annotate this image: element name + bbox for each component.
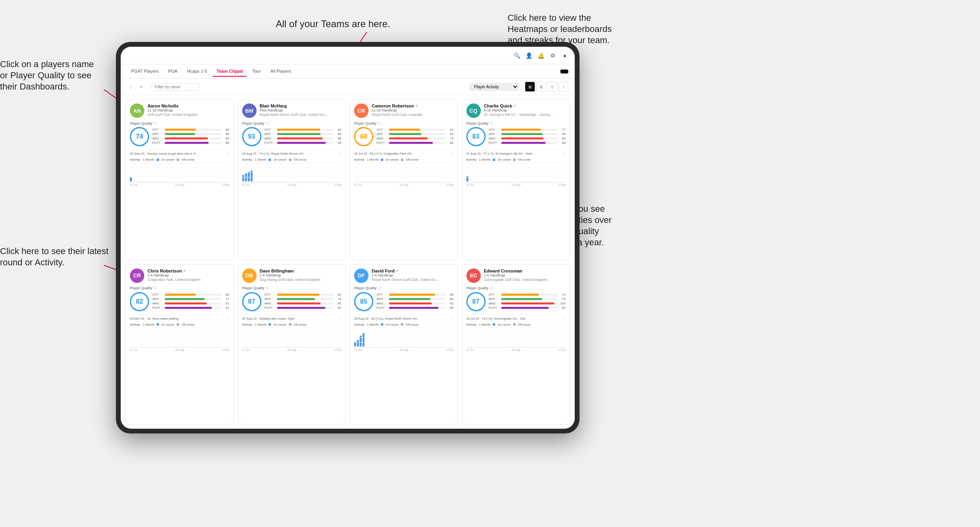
chart-bar	[354, 342, 356, 346]
last-round[interactable]: 02 Jul 23 · 59 (+17), Craigmillar Park G…	[354, 149, 454, 155]
activity-chart	[354, 163, 454, 183]
add-team-button[interactable]	[560, 70, 568, 74]
activity-label: Activity · 1 Month	[354, 323, 378, 326]
last-round[interactable]: 03 Mar 23 · 19, Must make putting →	[130, 314, 229, 320]
last-round-text: 02 Sep 23 · Sunrise round to get back in…	[130, 152, 198, 155]
player-card[interactable]: DF David Ford ✓ 1-5 Handicap Royal North…	[350, 264, 458, 425]
player-name[interactable]: Chris Robertson ✓	[147, 268, 229, 273]
player-handicap: Plus Handicap	[260, 108, 342, 112]
stat-row: PUTT 86	[489, 141, 566, 145]
player-card[interactable]: DB Dave Billingham 1-5 Handicap Sag Main…	[238, 264, 346, 425]
filter-icon[interactable]: ▽	[548, 82, 557, 91]
stat-bar-fill	[277, 142, 326, 144]
stat-bar-track	[389, 129, 446, 131]
quality-score[interactable]: 93	[242, 127, 261, 146]
tab-team-clippd[interactable]: Team Clippd	[213, 66, 247, 77]
stat-bar-fill	[277, 129, 320, 131]
on-course-label: On course	[498, 323, 510, 326]
y-line	[242, 328, 342, 328]
last-round-text: 03 Mar 23 · 19, Must make putting	[130, 317, 178, 320]
tab-tour[interactable]: Tour	[248, 66, 265, 77]
tab-pga[interactable]: PGA	[164, 66, 181, 77]
activity-header: Activity · 1 Month On course Off course	[130, 158, 229, 161]
sort-icon[interactable]: ↕	[559, 82, 568, 91]
quality-score[interactable]: 68	[354, 127, 373, 146]
activity-legend: On course Off course	[381, 323, 418, 326]
player-name[interactable]: Edward Crossman	[484, 268, 566, 273]
last-round-text: 26 Aug 23 · 84 (+12), Royal North Devon …	[354, 317, 418, 320]
settings-icon[interactable]: ⚙	[549, 52, 556, 59]
grid-view-icon[interactable]: ⊞	[525, 82, 535, 91]
bell-icon[interactable]: 🔔	[537, 52, 544, 59]
quality-bars: OTT 82 APP 74 ARG 85 PU	[265, 293, 342, 310]
player-card[interactable]: CR Chris Robertson ✓ 1-5 Handicap Craigm…	[125, 264, 234, 425]
stat-bar-fill	[389, 298, 430, 300]
stat-bar-track	[389, 294, 446, 296]
player-header: DB Dave Billingham 1-5 Handicap Sag Main…	[242, 268, 342, 283]
last-round[interactable]: 02 Sep 23 · Sunrise round to get back in…	[130, 149, 229, 155]
quality-score[interactable]: 87	[466, 292, 486, 311]
player-name[interactable]: Charlie Quick ✓	[484, 103, 566, 108]
quality-score[interactable]: 74	[130, 127, 149, 146]
list-view-icon[interactable]: ⊟	[536, 82, 546, 91]
player-name[interactable]: Aaron Nicholls	[147, 103, 229, 108]
avatar-icon[interactable]: ●	[561, 52, 568, 59]
quality-score[interactable]: 85	[354, 292, 373, 311]
quality-score[interactable]: 83	[466, 127, 486, 146]
stat-label: PUTT	[376, 306, 388, 310]
stat-label: ARG	[489, 302, 500, 305]
player-header: AN Aaron Nicholls 11-15 Handicap Drift G…	[130, 103, 229, 118]
tab-pgat[interactable]: PGAT Players	[127, 66, 163, 77]
player-avatar: AN	[130, 103, 144, 118]
stat-value: 85	[223, 141, 229, 145]
activity-header: Activity · 1 Month On course Off course	[242, 323, 342, 326]
stat-bar-track	[165, 137, 222, 139]
last-round[interactable]: 26 Aug 23 · 73 (+1), Royal North Devon G…	[242, 149, 342, 155]
player-name[interactable]: Cameron Robertson ✓	[372, 103, 454, 108]
stat-value: 83	[447, 302, 454, 305]
stat-bar-track	[277, 142, 334, 144]
player-avatar: DF	[354, 268, 368, 283]
edit-icon[interactable]: ✏	[138, 83, 145, 90]
quality-label: Player Quality ⓘ	[354, 121, 454, 125]
player-name[interactable]: Blair McHarg	[260, 103, 342, 108]
last-round[interactable]: 07 Aug 23 · 77 (+7), St George's Hill GC…	[466, 149, 566, 155]
stat-bar-track	[165, 294, 222, 296]
stat-row: PUTT 94	[265, 306, 342, 310]
player-card[interactable]: AN Aaron Nicholls 11-15 Handicap Drift G…	[125, 99, 234, 260]
player-club: Sunningdale Golf Club, United Kingdom	[484, 278, 566, 282]
y-lines	[466, 328, 566, 347]
stat-bar-track	[389, 298, 446, 300]
filter-input[interactable]	[151, 83, 199, 91]
tab-all-players[interactable]: All Players	[267, 66, 295, 77]
profile-icon[interactable]: 👤	[525, 52, 532, 59]
stat-bar-track	[501, 133, 558, 135]
player-card[interactable]: EC Edward Crossman 1-5 Handicap Sunningd…	[462, 264, 570, 425]
chart-date-mid: 21 Aug	[400, 348, 408, 351]
quality-score[interactable]: 87	[242, 292, 261, 311]
last-round[interactable]: 04 Sep 23 · Mobility with coach, Gym →	[242, 314, 342, 320]
last-round[interactable]: 26 Aug 23 · 84 (+12), Royal North Devon …	[354, 314, 454, 320]
y-lines	[466, 163, 566, 182]
stat-row: APP 79	[489, 297, 566, 301]
player-name[interactable]: David Ford ✓	[372, 268, 454, 273]
chart-bar	[363, 333, 365, 346]
search-icon[interactable]: 🔍	[513, 52, 520, 59]
tab-hcaps[interactable]: Hcaps 1-5	[183, 66, 211, 77]
player-card[interactable]: BM Blair McHarg Plus Handicap Royal Nort…	[238, 99, 346, 260]
player-name[interactable]: Dave Billingham	[260, 268, 342, 273]
player-card[interactable]: CR Cameron Robertson ✓ 11-15 Handicap Ro…	[350, 99, 458, 260]
svg-text:Click here to view the: Click here to view the	[508, 13, 591, 23]
stat-label: PUTT	[376, 141, 388, 145]
player-card[interactable]: CQ Charlie Quick ✓ 6-10 Handicap St. Geo…	[462, 99, 570, 260]
y-line	[130, 182, 229, 182]
last-round-arrow: →	[450, 152, 454, 155]
y-lines	[242, 328, 342, 347]
quality-score[interactable]: 82	[130, 292, 149, 311]
y-lines	[130, 328, 229, 347]
show-select[interactable]: Player Activity Quality Score Trend	[470, 83, 519, 91]
last-round[interactable]: 18 Jul 23 · 74 (+3), Sunningdale GC - Ol…	[466, 314, 566, 320]
chart-dates: 31 Jul 21 Aug 4 Sep	[354, 183, 454, 186]
chart-dates: 31 Jul 21 Aug 4 Sep	[242, 348, 342, 351]
activity-legend: On course Off course	[493, 158, 530, 161]
